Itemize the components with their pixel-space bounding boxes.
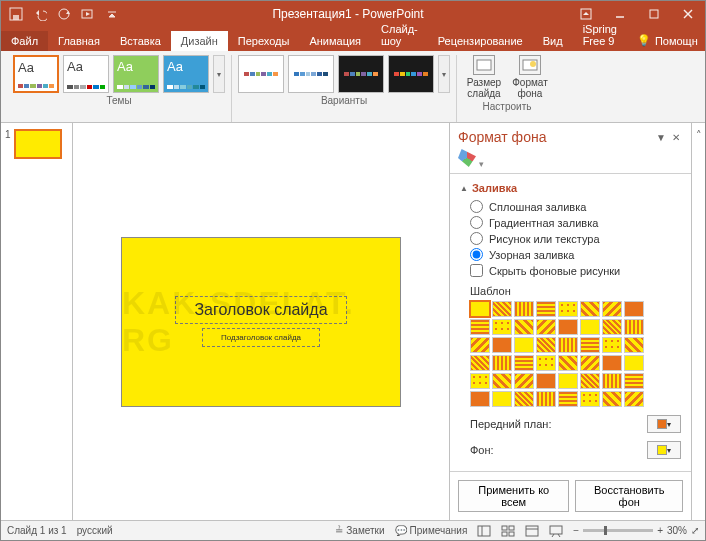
notes-button[interactable]: ≟ Заметки	[335, 525, 384, 536]
zoom-in-icon[interactable]: +	[657, 525, 663, 536]
tab-file[interactable]: Файл	[1, 31, 48, 51]
pattern-swatch[interactable]	[470, 301, 490, 317]
undo-icon[interactable]	[29, 3, 51, 25]
pattern-swatch[interactable]	[580, 319, 600, 335]
opt-hide-graphics[interactable]: Скрыть фоновые рисунки	[470, 264, 681, 277]
pattern-swatch[interactable]	[580, 301, 600, 317]
pattern-swatch[interactable]	[536, 391, 556, 407]
save-icon[interactable]	[5, 3, 27, 25]
pattern-swatch[interactable]	[470, 391, 490, 407]
format-background-button[interactable]: Формат фона	[509, 55, 551, 99]
tab-home[interactable]: Главная	[48, 31, 110, 51]
zoom-slider[interactable]	[583, 529, 653, 532]
comments-button[interactable]: 💬 Примечания	[395, 525, 468, 536]
variant-2[interactable]	[288, 55, 334, 93]
pattern-swatch[interactable]	[470, 319, 490, 335]
maximize-icon[interactable]	[637, 1, 671, 27]
pattern-swatch[interactable]	[624, 373, 644, 389]
theme-4[interactable]: Aa	[163, 55, 209, 93]
pattern-swatch[interactable]	[602, 319, 622, 335]
pattern-swatch[interactable]	[602, 373, 622, 389]
reset-background-button[interactable]: Восстановить фон	[575, 480, 683, 512]
pattern-swatch[interactable]	[624, 337, 644, 353]
pane-close-icon[interactable]: ✕	[669, 132, 683, 143]
pattern-swatch[interactable]	[602, 301, 622, 317]
pattern-swatch[interactable]	[536, 373, 556, 389]
pattern-swatch[interactable]	[492, 337, 512, 353]
tab-design[interactable]: Дизайн	[171, 31, 228, 51]
pattern-swatch[interactable]	[514, 301, 534, 317]
ribbon-options-icon[interactable]	[569, 1, 603, 27]
pattern-swatch[interactable]	[624, 355, 644, 371]
tab-slideshow[interactable]: Слайд-шоу	[371, 19, 428, 51]
pattern-swatch[interactable]	[536, 355, 556, 371]
pattern-swatch[interactable]	[536, 337, 556, 353]
opt-picture-fill[interactable]: Рисунок или текстура	[470, 232, 681, 245]
variants-more-icon[interactable]: ▾	[438, 55, 450, 93]
pattern-swatch[interactable]	[580, 337, 600, 353]
pattern-swatch[interactable]	[558, 391, 578, 407]
pattern-swatch[interactable]	[514, 337, 534, 353]
pattern-swatch[interactable]	[602, 391, 622, 407]
qat-more-icon[interactable]	[101, 3, 123, 25]
slide-canvas[interactable]: KAK-SDELAT. RG Заголовок слайда Подзагол…	[73, 123, 449, 520]
tab-insert[interactable]: Вставка	[110, 31, 171, 51]
pattern-swatch[interactable]	[580, 373, 600, 389]
variant-3[interactable]	[338, 55, 384, 93]
pattern-swatch[interactable]	[602, 337, 622, 353]
minimize-icon[interactable]	[603, 1, 637, 27]
pattern-swatch[interactable]	[514, 355, 534, 371]
variant-1[interactable]	[238, 55, 284, 93]
pattern-swatch[interactable]	[492, 373, 512, 389]
theme-3[interactable]: Aa	[113, 55, 159, 93]
pattern-swatch[interactable]	[492, 301, 512, 317]
tab-review[interactable]: Рецензирование	[428, 31, 533, 51]
pattern-swatch[interactable]	[558, 319, 578, 335]
pattern-swatch[interactable]	[602, 355, 622, 371]
view-sorter-icon[interactable]	[501, 525, 515, 537]
pattern-swatch[interactable]	[558, 337, 578, 353]
theme-office[interactable]: Aa	[13, 55, 59, 93]
variant-4[interactable]	[388, 55, 434, 93]
pattern-swatch[interactable]	[558, 355, 578, 371]
themes-more-icon[interactable]: ▾	[213, 55, 225, 93]
pattern-swatch[interactable]	[624, 391, 644, 407]
pattern-swatch[interactable]	[624, 319, 644, 335]
tab-transitions[interactable]: Переходы	[228, 31, 300, 51]
pattern-swatch[interactable]	[558, 301, 578, 317]
pattern-swatch[interactable]	[492, 319, 512, 335]
pattern-swatch[interactable]	[580, 391, 600, 407]
zoom-out-icon[interactable]: −	[573, 525, 579, 536]
redo-icon[interactable]	[53, 3, 75, 25]
pattern-swatch[interactable]	[514, 391, 534, 407]
tab-animations[interactable]: Анимация	[299, 31, 371, 51]
pattern-swatch[interactable]	[536, 301, 556, 317]
pattern-swatch[interactable]	[470, 355, 490, 371]
thumbnail-1[interactable]: 1	[5, 129, 68, 159]
slide-size-button[interactable]: Размер слайда	[463, 55, 505, 99]
status-language[interactable]: русский	[77, 525, 113, 536]
opt-solid-fill[interactable]: Сплошная заливка	[470, 200, 681, 213]
pattern-swatch[interactable]	[624, 301, 644, 317]
section-fill[interactable]: ▲Заливка	[460, 182, 681, 194]
fill-bucket-icon[interactable]	[458, 149, 476, 167]
pane-options-icon[interactable]: ▼	[653, 132, 669, 143]
tell-me[interactable]: 💡Помощн	[627, 30, 706, 51]
theme-2[interactable]: Aa	[63, 55, 109, 93]
opt-pattern-fill[interactable]: Узорная заливка	[470, 248, 681, 261]
pattern-swatch[interactable]	[558, 373, 578, 389]
pattern-swatch[interactable]	[514, 373, 534, 389]
tab-view[interactable]: Вид	[533, 31, 573, 51]
start-from-beginning-icon[interactable]	[77, 3, 99, 25]
pattern-swatch[interactable]	[492, 355, 512, 371]
opt-gradient-fill[interactable]: Градиентная заливка	[470, 216, 681, 229]
fit-to-window-icon[interactable]: ⤢	[691, 525, 699, 536]
foreground-color-button[interactable]: ▾	[647, 415, 681, 433]
zoom-control[interactable]: − + 30% ⤢	[573, 525, 699, 536]
apply-to-all-button[interactable]: Применить ко всем	[458, 480, 569, 512]
view-normal-icon[interactable]	[477, 525, 491, 537]
pattern-swatch[interactable]	[580, 355, 600, 371]
view-reading-icon[interactable]	[525, 525, 539, 537]
view-slideshow-icon[interactable]	[549, 525, 563, 537]
pattern-swatch[interactable]	[470, 373, 490, 389]
